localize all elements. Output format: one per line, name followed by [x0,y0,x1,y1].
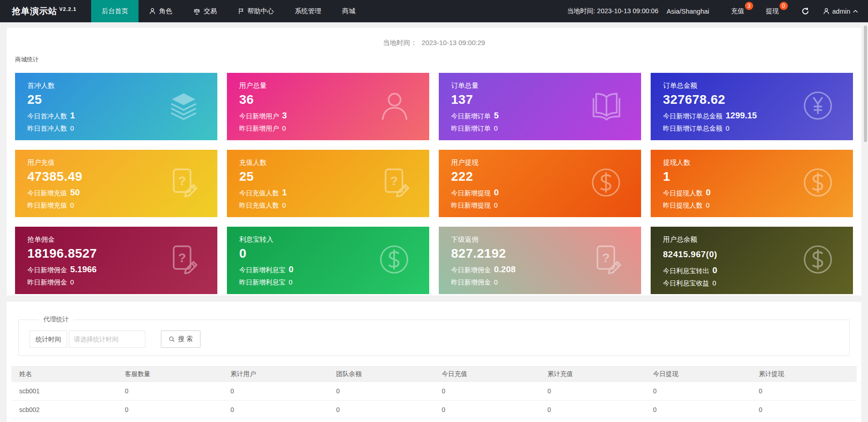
subline-label: 昨日新增佣金 [27,279,67,286]
search-icon [169,336,175,342]
table-cell: 0 [434,401,540,419]
stat-card-subline: 昨日新增订单总金额0 [663,124,853,133]
stat-card-subline: 今日新增佣金5.1966 [27,264,217,275]
stat-card-subline: 昨日新增提现0 [451,201,641,210]
search-button[interactable]: 搜 索 [161,330,200,348]
table-cell: 0 [329,382,434,401]
username: admin [832,8,851,15]
withdraw-link[interactable]: 提现0 [760,7,794,15]
table-cell: sc003 [11,419,117,422]
stat-card-value: 222 [451,169,641,184]
subline-value: 0 [70,124,74,132]
recharge-link[interactable]: 充值3 [725,7,760,15]
subline-label: 今日新增订单 [451,112,491,120]
agent-stats-fieldset: 代理统计 统计时间 搜 索 [18,315,850,356]
subline-label: 今日新增提现 [451,189,491,197]
withdraw-label: 提现 [766,7,779,15]
filter-row: 统计时间 搜 索 [30,330,838,348]
column-header-4: 今日充值 [434,366,540,382]
stat-card-4: 用户充值47385.49今日新增充值50昨日新增充值0? [15,150,217,217]
nav-menu-item-3[interactable]: 帮助中心 [227,0,284,22]
subline-value: 0 [713,279,716,287]
nav-timezone: Asia/Shanghai [667,8,709,15]
nav-menu-label: 商城 [342,7,355,15]
stat-card-7: 提现人数1今日提现人数0昨日提现人数0 [651,150,853,217]
column-header-2: 累计用户 [223,366,329,382]
table-cell: 0 [434,419,540,422]
subline-value: 0 [494,188,499,197]
table-cell: 0 [223,382,329,401]
refresh-button[interactable] [794,7,817,15]
search-button-label: 搜 索 [178,335,193,343]
stat-card-6: 用户提现222今日新增提现0昨日新增提现0 [439,150,641,217]
stat-time-label: 统计时间 [30,330,67,348]
subline-value: 0 [282,201,286,209]
subline-label: 今日新增佣金 [451,266,491,274]
subline-label: 昨日充值人数 [239,202,279,209]
refresh-icon [801,7,809,15]
table-cell: 0 [223,419,329,422]
stat-card-title: 抢单佣金 [27,235,217,244]
stat-card-value: 827.2192 [451,246,641,261]
table-cell: 0 [223,401,329,419]
stat-card-3: 订单总金额327678.62今日新增订单总金额1299.15昨日新增订单总金额0 [651,73,853,140]
stat-card-title: 利息宝转入 [239,235,429,244]
table-cell: 0 [751,419,857,422]
nav-menu-item-0[interactable]: 后台首页 [91,0,139,22]
stat-card-title: 用户充值 [27,158,217,167]
nav-menu-item-1[interactable]: 角色 [139,0,183,22]
subline-label: 今日利息宝收益 [663,280,709,287]
stat-card-subline: 昨日新增用户0 [239,124,429,133]
panel-local-time-value: 2023-10-13 09:00:29 [421,39,485,46]
stat-card-subline: 今日新增佣金0.208 [451,264,641,275]
stat-card-body: 利息宝转入0今日新增利息宝0昨日新增利息宝0 [227,227,429,287]
stat-card-subline: 今日新增用户3 [239,111,429,121]
nav-menu-label: 交易 [204,7,217,15]
table-row: scb0020000000 [11,401,857,419]
nav-menu-label: 后台首页 [102,7,128,15]
subline-value: 0 [494,124,498,132]
stat-card-subline: 今日新增利息宝0 [239,264,429,275]
stat-time-input[interactable] [69,330,145,348]
nav-menu-item-4[interactable]: 系统管理 [284,0,332,22]
app-title: 抢单演示站 [12,5,57,17]
stat-card-title: 用户总余额 [663,235,853,244]
flag-icon [238,8,244,15]
subline-value: 0 [289,264,294,274]
stat-card-title: 订单总金额 [663,81,853,90]
stat-card-value: 18196.8527 [27,246,217,261]
subline-label: 今日利息宝转出 [663,267,709,275]
page-scrollbar-thumb[interactable] [864,25,867,142]
stat-card-body: 订单总量137今日新增订单5昨日新增订单0 [439,73,641,133]
user-menu[interactable]: admin [817,8,858,15]
stat-card-title: 提现人数 [663,158,853,167]
stat-card-subline: 昨日新增佣金0 [451,278,641,287]
nav-menu-item-5[interactable]: 商城 [332,0,366,22]
subline-value: 0 [726,124,729,132]
agent-table: 姓名客服数量累计用户团队余额今日充值累计充值今日提现累计提现 scb001000… [11,366,857,422]
stat-card-value: 0 [239,246,429,261]
stat-card-value: 1 [663,169,853,184]
table-cell: 0 [117,401,223,419]
subline-label: 昨日新增提现 [451,202,491,209]
subline-value: 0.208 [494,264,516,274]
stat-card-body: 用户总余额82415.967(0)今日利息宝转出0今日利息宝收益0 [651,227,853,288]
table-cell: 0 [117,382,223,401]
nav-menu-item-2[interactable]: 交易 [183,0,227,22]
stat-card-subline: 今日首冲人数1 [27,111,217,121]
table-cell: 0 [539,401,645,419]
subline-value: 1 [282,188,287,197]
nav-menu-label: 帮助中心 [247,7,274,15]
subline-value: 1299.15 [726,111,757,120]
app-version: V2.2.1 [59,6,77,12]
user-icon [823,8,830,15]
subline-value: 0 [706,201,709,209]
stat-card-value: 36 [239,92,429,107]
stat-card-body: 提现人数1今日提现人数0昨日提现人数0 [651,150,853,210]
subline-label: 今日新增充值 [27,189,67,197]
stat-card-subline: 昨日首冲人数0 [27,124,217,133]
table-cell: 0 [434,382,540,401]
stat-card-subline: 昨日新增利息宝0 [239,278,429,287]
stat-card-subline: 今日充值人数1 [239,188,429,198]
panel-local-time: 当地时间：2023-10-13 09:00:29 [7,28,861,47]
